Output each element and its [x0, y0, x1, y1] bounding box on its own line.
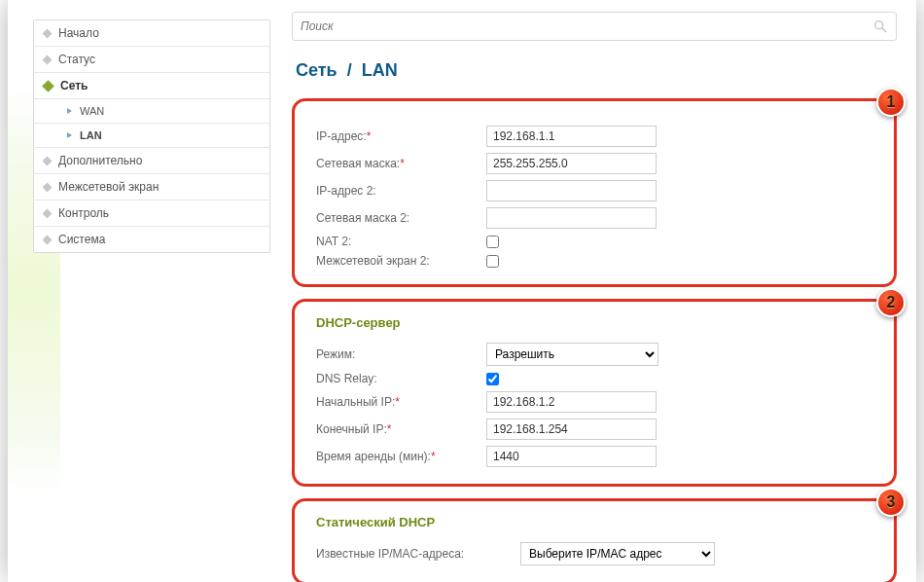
svg-point-0 [875, 21, 883, 29]
sidebar-item-label: Межсетевой экран [58, 180, 159, 194]
sidebar-item-firewall[interactable]: Межсетевой экран [34, 174, 269, 200]
nat2-checkbox[interactable] [486, 236, 499, 248]
annotation-badge: 2 [876, 288, 906, 317]
sidebar-item-label: Сеть [60, 79, 88, 92]
diamond-icon [43, 182, 53, 192]
sidebar-item-control[interactable]: Контроль [34, 200, 269, 227]
mode-label: Режим: [316, 347, 486, 361]
mask-input[interactable] [486, 153, 657, 174]
diamond-icon [43, 235, 53, 244]
ip-input[interactable] [486, 126, 657, 147]
sidebar-item-status[interactable]: Статус [34, 47, 269, 73]
start-ip-label: Начальный IP:* [316, 395, 486, 409]
search-icon[interactable] [872, 18, 888, 34]
breadcrumb-sep: / [347, 60, 352, 80]
static-dhcp-block: 3 Статический DHCP Известные IP/MAC-адре… [292, 498, 897, 582]
dns-relay-label: DNS Relay: [316, 372, 486, 385]
fw2-label: Межсетевой экран 2: [316, 254, 486, 268]
breadcrumb-part: Сеть [296, 60, 338, 80]
lan-basic-block: 1 IP-адрес:* Сетевая маска:* IP-адрес 2:… [292, 98, 897, 287]
ip-label: IP-адрес:* [316, 129, 486, 143]
search-container [292, 12, 897, 41]
mask2-label: Сетевая маска 2: [316, 211, 486, 225]
annotation-badge: 1 [876, 88, 906, 117]
diamond-icon [43, 208, 53, 218]
fw2-checkbox[interactable] [486, 255, 499, 268]
annotation-badge: 3 [876, 488, 906, 517]
sidebar-item-label: Система [58, 233, 105, 246]
end-ip-label: Конечный IP:* [316, 422, 486, 436]
sidebar-item-home[interactable]: Начало [34, 20, 269, 47]
end-ip-input[interactable] [486, 418, 657, 440]
mask2-input[interactable] [486, 207, 657, 229]
diamond-icon [43, 28, 53, 38]
sidebar-item-label: Статус [58, 53, 95, 66]
mask-label: Сетевая маска:* [316, 157, 486, 170]
mode-select[interactable]: Разрешить [486, 343, 658, 366]
dns-relay-checkbox[interactable] [486, 373, 499, 385]
diamond-icon [42, 80, 54, 92]
breadcrumb: Сеть / LAN [296, 60, 897, 81]
sidebar-item-advanced[interactable]: Дополнительно [34, 148, 269, 174]
dhcp-title: DHCP-сервер [316, 315, 878, 330]
svg-line-1 [882, 28, 886, 32]
arrow-icon [67, 108, 72, 114]
sidebar-subitem-label: WAN [80, 105, 104, 117]
ip2-input[interactable] [486, 180, 657, 201]
sidebar-item-label: Дополнительно [58, 154, 142, 167]
diamond-icon [43, 55, 53, 64]
known-addresses-label: Известные IP/MAC-адреса: [316, 547, 520, 561]
sidebar-item-label: Контроль [58, 206, 109, 220]
sidebar-item-label: Начало [58, 26, 99, 40]
sidebar-menu: Начало Статус Сеть WAN LAN Дополнительно… [33, 19, 270, 253]
nat2-label: NAT 2: [316, 235, 486, 248]
diamond-icon [43, 156, 53, 165]
lease-label: Время аренды (мин):* [316, 450, 486, 463]
sidebar-subitem-wan[interactable]: WAN [34, 99, 269, 124]
search-input[interactable] [301, 19, 872, 33]
ip2-label: IP-адрес 2: [316, 184, 486, 198]
sidebar-item-network[interactable]: Сеть [34, 73, 269, 99]
static-dhcp-title: Статический DHCP [316, 515, 878, 529]
sidebar-subitem-label: LAN [80, 129, 102, 141]
known-addresses-select[interactable]: Выберите IP/MAC адрес [520, 542, 715, 565]
sidebar-subitem-lan[interactable]: LAN [34, 124, 269, 148]
dhcp-server-block: 2 DHCP-сервер Режим:Разрешить DNS Relay:… [292, 299, 897, 487]
breadcrumb-part: LAN [362, 60, 398, 80]
arrow-icon [67, 132, 72, 138]
sidebar-item-system[interactable]: Система [34, 227, 269, 252]
start-ip-input[interactable] [486, 391, 657, 413]
lease-input[interactable] [486, 446, 657, 467]
